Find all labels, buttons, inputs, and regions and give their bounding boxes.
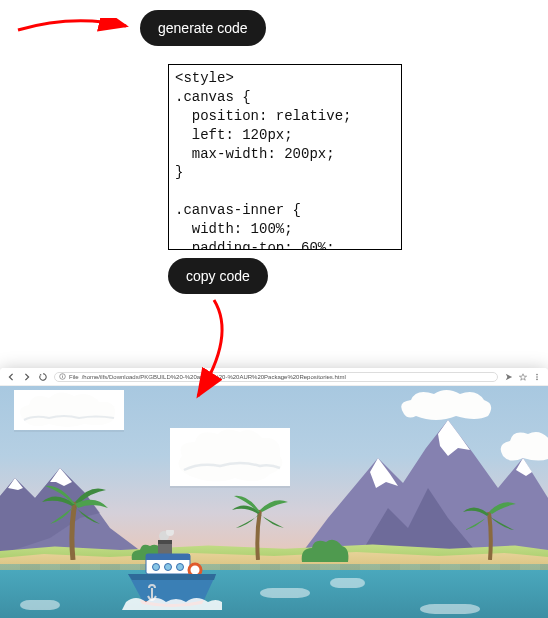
palm-mid-icon [230,490,290,560]
generate-code-button[interactable]: generate code [140,10,266,46]
palm-left-icon [40,480,110,560]
url-scheme-label: File [69,374,79,380]
cloud-center-icon [170,428,290,486]
boat-icon [122,530,222,610]
forward-icon[interactable] [22,372,32,382]
code-output-text[interactable]: <style> .canvas { position: relative; le… [169,65,401,249]
arrow-to-generate-icon [14,18,134,58]
svg-point-6 [536,376,538,378]
address-bar[interactable]: File /home/ilfs/Downloads/PKGBUILD%20-%2… [54,372,498,382]
svg-point-15 [165,564,172,571]
reload-icon[interactable] [38,372,48,382]
svg-point-14 [153,564,160,571]
code-output-box: <style> .canvas { position: relative; le… [168,64,402,250]
star-icon[interactable] [518,372,528,382]
url-path-text: /home/ilfs/Downloads/PKGBUILD%20-%20aurb… [82,374,346,380]
palm-right-icon [462,494,518,560]
svg-rect-4 [62,375,63,376]
cloud-left-icon [14,390,124,430]
svg-rect-3 [62,376,63,378]
svg-point-7 [536,378,538,380]
bush-icon [300,536,350,562]
browser-window: File /home/ilfs/Downloads/PKGBUILD%20-%2… [0,368,548,618]
water [0,570,548,618]
svg-point-16 [177,564,184,571]
svg-rect-11 [158,540,172,544]
info-icon [59,373,66,380]
copy-code-button[interactable]: copy code [168,258,268,294]
back-icon[interactable] [6,372,16,382]
send-icon[interactable] [504,372,514,382]
svg-rect-13 [146,554,190,560]
top-panel: generate code <style> .canvas { position… [0,0,548,314]
browser-toolbar: File /home/ilfs/Downloads/PKGBUILD%20-%2… [0,368,548,386]
menu-icon[interactable] [532,372,542,382]
browser-viewport [0,386,548,618]
svg-point-5 [536,373,538,375]
